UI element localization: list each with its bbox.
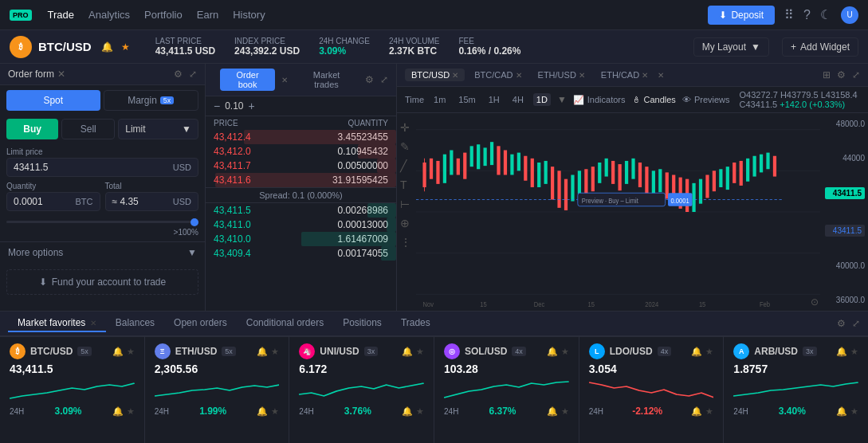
tab-open-orders[interactable]: Open orders xyxy=(164,315,237,332)
limit-price-input[interactable]: 43411.5 USD xyxy=(6,158,198,177)
mf-expand-icon[interactable]: ⤢ xyxy=(852,318,860,329)
table-row[interactable]: 43,411.0 0.00013000 xyxy=(206,218,396,232)
bell-uni[interactable]: 🔔 xyxy=(402,347,413,357)
mf-card-arbusd[interactable]: A ARB/USD 3x 🔔★ 1.8757 24H 3.40% 🔔★ xyxy=(724,337,868,443)
slider[interactable] xyxy=(6,221,198,223)
previews-btn[interactable]: 👁 Previews xyxy=(682,95,730,104)
bell-arb2[interactable]: 🔔 xyxy=(836,406,847,417)
star-arb2[interactable]: ★ xyxy=(850,406,858,417)
chart-bottom-icon[interactable]: ⊙ xyxy=(811,296,819,308)
more-tools-icon[interactable]: ⋮ xyxy=(400,236,411,249)
help-icon[interactable]: ? xyxy=(803,8,811,22)
chart-tab-ethcad[interactable]: ETH/CAD ✕ xyxy=(595,69,654,81)
tab-conditional-orders[interactable]: Conditional orders xyxy=(237,315,333,332)
time-1m[interactable]: 1m xyxy=(430,93,449,106)
bell-arb[interactable]: 🔔 xyxy=(836,347,847,357)
tab-balances[interactable]: Balances xyxy=(106,315,164,332)
bell-sol2[interactable]: 🔔 xyxy=(547,406,558,417)
tab-close-icon[interactable]: ✕ xyxy=(642,71,648,80)
nav-portfolio[interactable]: Portfolio xyxy=(144,9,183,21)
add-widget-btn[interactable]: + Add Widget xyxy=(782,37,858,57)
user-avatar[interactable]: U xyxy=(841,6,858,24)
bell-ldo[interactable]: 🔔 xyxy=(691,347,702,357)
expand-icon[interactable]: ⤢ xyxy=(189,69,197,80)
time-1d[interactable]: 1D xyxy=(533,93,551,106)
star-uni2[interactable]: ★ xyxy=(416,406,424,417)
mf-card-uniusd[interactable]: 🦄 UNI/USD 3x 🔔★ 6.172 24H 3.76% 🔔★ xyxy=(289,337,434,443)
star-icon-eth[interactable]: ★ xyxy=(271,347,279,357)
time-4h[interactable]: 4H xyxy=(509,93,527,106)
star-ldo2[interactable]: ★ xyxy=(705,406,713,417)
my-layout-btn[interactable]: My Layout ▼ xyxy=(693,37,769,57)
spot-tab[interactable]: Spot xyxy=(6,90,100,111)
table-row[interactable]: 43,410.0 1.61467009 xyxy=(206,232,396,246)
tab-close-icon[interactable]: ✕ xyxy=(516,71,522,80)
star-uni[interactable]: ★ xyxy=(416,347,424,357)
time-15m[interactable]: 15m xyxy=(455,93,478,106)
chart-tab-btcusd[interactable]: BTC/USD ✕ xyxy=(405,69,465,81)
chart-settings-icon[interactable]: ⚙ xyxy=(837,69,846,80)
measure-icon[interactable]: ⊢ xyxy=(400,198,411,210)
fund-account-btn[interactable]: ⬇ Fund your account to trade xyxy=(6,269,198,295)
bell-icon-eth[interactable]: 🔔 xyxy=(257,347,268,357)
nav-history[interactable]: History xyxy=(233,9,265,21)
nav-analytics[interactable]: Analytics xyxy=(88,9,130,21)
market-trades-tab[interactable]: Market trades xyxy=(294,69,359,91)
total-input[interactable]: ≈ 4.35 USD xyxy=(105,192,199,211)
ob-minus-btn[interactable]: − xyxy=(214,100,220,112)
grid-layout-icon[interactable]: ⊞ xyxy=(823,69,831,80)
chart-expand-icon[interactable]: ⤢ xyxy=(852,69,860,80)
ob-settings-icon[interactable]: ⚙ xyxy=(365,74,374,85)
table-row[interactable]: 43,411.7 0.00500000 xyxy=(206,159,396,173)
time-1h[interactable]: 1H xyxy=(485,93,503,106)
bell-sol[interactable]: 🔔 xyxy=(547,347,558,357)
text-icon[interactable]: T xyxy=(400,178,411,191)
buy-button[interactable]: Buy xyxy=(6,119,58,139)
candles-btn[interactable]: 🕯 Candles xyxy=(632,95,676,104)
table-row[interactable]: 43,409.4 0.00174055 xyxy=(206,246,396,261)
mf-card-solusd[interactable]: ◎ SOL/USD 4x 🔔★ 103.28 24H 6.37% 🔔★ xyxy=(434,337,579,443)
star-icon2[interactable]: ★ xyxy=(127,406,135,417)
indicators-btn[interactable]: 📈 Indicators xyxy=(573,95,626,105)
mf-settings-icon[interactable]: ⚙ xyxy=(837,318,846,329)
star-sol2[interactable]: ★ xyxy=(561,406,569,417)
market-chart-close[interactable]: ✕ xyxy=(658,71,664,80)
tab-market-favorites[interactable]: Market favorites ✕ xyxy=(8,315,106,332)
notification-icon[interactable]: 🔔 xyxy=(101,41,113,53)
zoom-icon[interactable]: ⊕ xyxy=(400,217,411,229)
bell-uni2[interactable]: 🔔 xyxy=(402,406,413,417)
bell-icon[interactable]: 🔔 xyxy=(112,347,124,357)
quantity-input[interactable]: 0.0001 BTC xyxy=(6,192,100,211)
table-row[interactable]: 43,411.5 0.00268986 xyxy=(206,203,396,218)
pencil-icon[interactable]: ✎ xyxy=(400,140,411,153)
mf-card-ethusd[interactable]: Ξ ETH/USD 5x 🔔 ★ 2,305.56 24H 1.99% 🔔★ xyxy=(145,337,290,443)
chart-tab-ethusd[interactable]: ETH/USD ✕ xyxy=(532,69,591,81)
margin-tab[interactable]: Margin 5x xyxy=(104,90,199,111)
star-arb[interactable]: ★ xyxy=(850,347,858,357)
trend-icon[interactable]: ╱ xyxy=(400,159,411,172)
nav-earn[interactable]: Earn xyxy=(197,9,218,21)
ob-plus-btn[interactable]: + xyxy=(249,100,255,112)
mf-tab-close[interactable]: ✕ xyxy=(90,319,96,327)
time-dropdown-icon[interactable]: ▼ xyxy=(557,94,567,105)
more-options[interactable]: More options ▼ xyxy=(0,241,205,263)
star-ldo[interactable]: ★ xyxy=(705,347,713,357)
order-form-close[interactable]: ✕ xyxy=(57,69,65,80)
star-sol[interactable]: ★ xyxy=(561,347,569,357)
table-row[interactable]: 43,411.6 31.91595425 xyxy=(206,173,396,187)
table-row[interactable]: 43,412.0 0.10945432 xyxy=(206,144,396,159)
tab-close-icon[interactable]: ✕ xyxy=(452,71,458,80)
tab-trades[interactable]: Trades xyxy=(391,315,440,332)
limit-select[interactable]: Limit ▼ xyxy=(118,119,198,139)
nav-trade[interactable]: Trade xyxy=(48,9,74,21)
chart-tab-btccad[interactable]: BTC/CAD ✕ xyxy=(468,69,528,81)
star-icon[interactable]: ★ xyxy=(121,41,130,53)
deposit-button[interactable]: ⬇ Deposit xyxy=(708,6,775,25)
order-book-tab[interactable]: Order book xyxy=(220,69,275,91)
tab-close-icon[interactable]: ✕ xyxy=(579,71,585,80)
tab-positions[interactable]: Positions xyxy=(333,315,391,332)
settings-icon[interactable]: ⚙ xyxy=(174,69,183,80)
table-row[interactable]: 43,412.4 3.45523455 xyxy=(206,130,396,144)
mf-card-ldousd[interactable]: L LDO/USD 4x 🔔★ 3.054 24H -2.12% 🔔★ xyxy=(579,337,725,443)
bell-icon2[interactable]: 🔔 xyxy=(112,406,124,417)
